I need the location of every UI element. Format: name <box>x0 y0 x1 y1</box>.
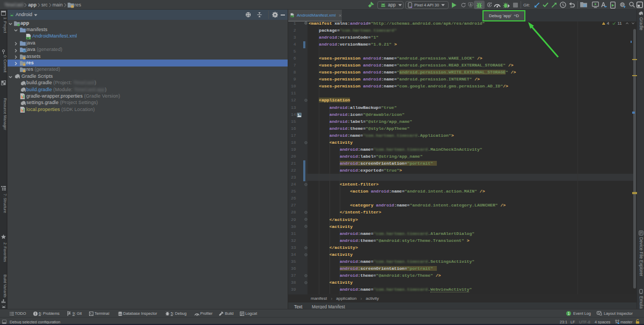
svg-text:1: 1 <box>568 312 570 315</box>
